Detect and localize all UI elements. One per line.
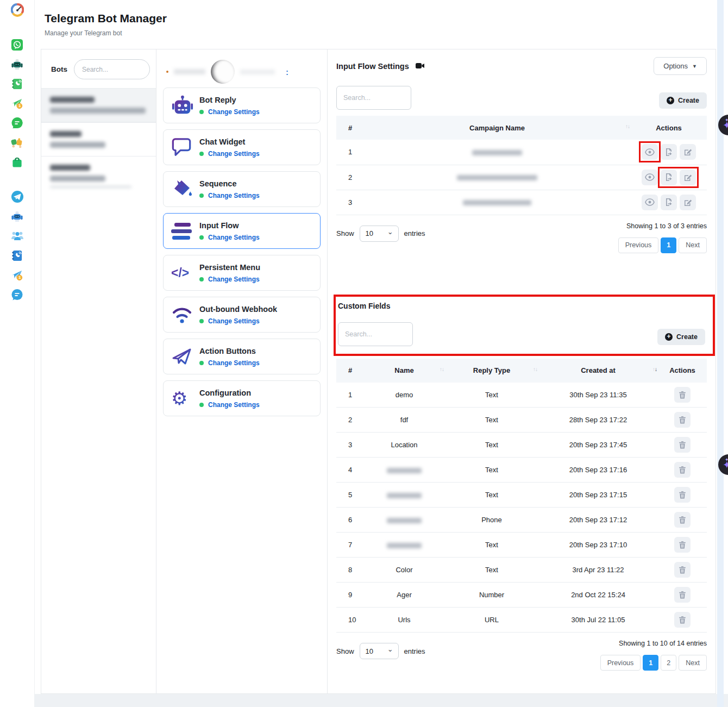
whatsapp-icon[interactable] — [11, 38, 24, 51]
bot-list-item[interactable] — [41, 156, 156, 196]
sort-icon[interactable]: ↑↓ — [625, 123, 630, 129]
row-number: 5 — [336, 483, 363, 508]
sparkle-icon: ✦ — [725, 117, 728, 123]
kebab-menu-icon[interactable]: : — [286, 67, 289, 77]
row-number: 3 — [336, 433, 363, 458]
dashboard-gauge-icon[interactable] — [11, 3, 24, 16]
sort-icon-active[interactable]: ↑↓ — [652, 366, 657, 372]
previous-page-button[interactable]: Previous — [618, 237, 659, 253]
selected-bot-header: : — [163, 56, 321, 87]
delete-button[interactable] — [674, 537, 691, 553]
custom-field-row: 4 Text 20th Sep 23 17:16 — [336, 458, 707, 483]
chat-green-icon[interactable] — [11, 116, 24, 129]
campaign-search-input[interactable] — [336, 86, 411, 110]
change-settings-link[interactable]: Change Settings — [208, 276, 260, 283]
card-input-flow[interactable]: Input Flow Change Settings — [163, 213, 321, 249]
delete-button[interactable] — [674, 462, 691, 478]
chat-blue-icon[interactable] — [11, 288, 24, 301]
store-green-icon[interactable] — [11, 155, 24, 168]
sort-icon[interactable]: ↑↓ — [533, 366, 537, 372]
integrations-green-icon[interactable] — [11, 136, 24, 149]
next-page-button[interactable]: Next — [679, 237, 707, 253]
field-name: fdf — [400, 416, 408, 424]
page-size-select[interactable]: 10 — [360, 226, 399, 242]
delete-button[interactable] — [674, 587, 691, 603]
delete-button[interactable] — [674, 387, 691, 403]
delete-button[interactable] — [674, 562, 691, 578]
create-campaign-button[interactable]: Create — [659, 92, 707, 109]
col-header-name[interactable]: Name↑↓ — [363, 359, 445, 383]
change-settings-link[interactable]: Change Settings — [208, 401, 260, 409]
custom-field-row: 6 Phone 20th Sep 23 17:12 — [336, 508, 707, 533]
export-button[interactable] — [661, 195, 677, 210]
delete-button[interactable] — [674, 487, 691, 503]
persistent-menu-icon: </> — [171, 266, 199, 280]
bots-search-input[interactable] — [74, 59, 150, 79]
card-sequence[interactable]: Sequence Change Settings — [163, 171, 321, 207]
bot-green-icon[interactable] — [11, 58, 24, 71]
card-outbound-webhook[interactable]: Out-bound Webhook Change Settings — [163, 297, 321, 333]
page-1-button[interactable]: 1 — [643, 655, 658, 671]
card-chat-widget[interactable]: Chat Widget Change Settings — [163, 129, 321, 165]
bots-label: Bots — [51, 65, 67, 73]
badge-count: 1 — [18, 104, 21, 108]
sort-icon[interactable]: ↑↓ — [440, 366, 444, 372]
export-button[interactable] — [661, 170, 677, 185]
audience-blue-icon[interactable] — [11, 229, 24, 242]
bot-list-item[interactable] — [41, 88, 156, 122]
redacted-campaign-name — [463, 200, 531, 205]
showing-entries-text: Showing 1 to 10 of 14 entries — [619, 637, 707, 647]
campaign-blue-icon[interactable]: 1 — [11, 268, 24, 281]
change-settings-link[interactable]: Change Settings — [208, 234, 260, 241]
change-settings-link[interactable]: Change Settings — [208, 108, 260, 116]
row-number: 2 — [336, 408, 363, 433]
view-button[interactable] — [642, 170, 658, 185]
change-settings-link[interactable]: Change Settings — [208, 150, 260, 158]
create-custom-field-button[interactable]: Create — [657, 329, 705, 345]
created-at: 28th Sep 23 17:22 — [538, 408, 658, 433]
contacts-blue-icon[interactable] — [11, 249, 24, 262]
plus-circle-icon — [667, 97, 674, 104]
bot-list-item[interactable] — [41, 122, 156, 156]
contacts-green-icon[interactable] — [11, 77, 24, 90]
card-bot-reply[interactable]: Bot Reply Change Settings — [163, 87, 321, 123]
change-settings-link[interactable]: Change Settings — [208, 192, 260, 199]
bot-blue-icon[interactable] — [11, 210, 24, 223]
custom-fields-search-input[interactable] — [338, 322, 413, 346]
card-action-buttons[interactable]: Action Buttons Change Settings — [163, 339, 321, 374]
page-2-button[interactable]: 2 — [661, 655, 676, 671]
next-page-button[interactable]: Next — [679, 655, 707, 671]
webhook-wifi-icon — [171, 305, 199, 324]
delete-button[interactable] — [674, 512, 691, 528]
redacted-field-name — [387, 543, 422, 548]
status-green-dot — [199, 277, 204, 281]
export-button[interactable] — [661, 144, 677, 160]
campaign-green-icon[interactable]: 1 — [11, 97, 24, 110]
edit-button[interactable] — [680, 144, 696, 160]
page-size-select[interactable]: 10 — [360, 643, 399, 659]
redacted-bot-username — [50, 142, 105, 148]
options-button[interactable]: Options▼ — [654, 57, 707, 75]
previous-page-button[interactable]: Previous — [600, 655, 641, 671]
telegram-icon[interactable] — [11, 190, 24, 203]
col-header-campaign-name[interactable]: Campaign Name↑↓ — [363, 116, 631, 140]
view-button[interactable] — [642, 144, 658, 160]
change-settings-link[interactable]: Change Settings — [208, 317, 260, 325]
delete-button[interactable] — [674, 612, 691, 628]
field-name: Color — [396, 566, 412, 574]
delete-button[interactable] — [674, 437, 691, 453]
custom-field-row: 8 Color Text 3rd Apr 23 11:22 — [336, 558, 707, 583]
view-button[interactable] — [642, 195, 658, 210]
reply-type: Text — [445, 458, 538, 483]
scrollbar-track[interactable] — [717, 0, 724, 707]
edit-button[interactable] — [680, 170, 696, 185]
delete-button[interactable] — [674, 412, 691, 428]
card-configuration[interactable]: ⚙ Configuration Change Settings — [163, 380, 321, 416]
custom-field-row: 5 Text 20th Sep 23 17:15 — [336, 483, 707, 508]
col-header-reply-type[interactable]: Reply Type↑↓ — [445, 359, 538, 383]
col-header-created-at[interactable]: Created at↑↓ — [538, 359, 658, 383]
page-1-button[interactable]: 1 — [661, 237, 676, 253]
edit-button[interactable] — [680, 195, 696, 210]
card-persistent-menu[interactable]: </> Persistent Menu Change Settings — [163, 255, 321, 291]
change-settings-link[interactable]: Change Settings — [208, 359, 260, 367]
